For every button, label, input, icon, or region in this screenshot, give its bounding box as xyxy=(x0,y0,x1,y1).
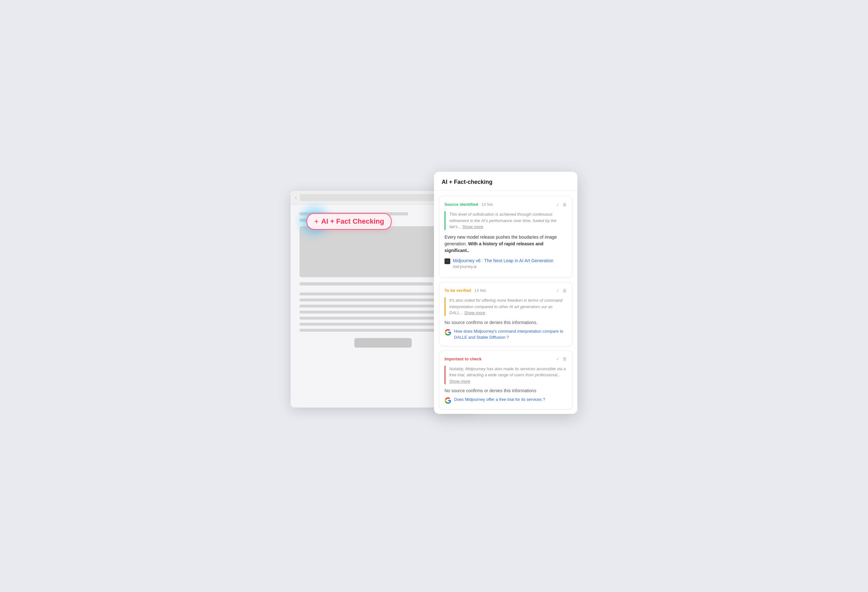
fact-date-1: 14 feb xyxy=(481,202,553,207)
fact-quote-2: It's also noted for offering more freedo… xyxy=(444,297,567,316)
google-query-link-2[interactable]: How does Midjourney's command interpreta… xyxy=(454,328,567,341)
fact-source-link-1: ◾ Midjourney v6 : The Next Leap in AI Ar… xyxy=(444,258,567,269)
fact-actions-2: ✓ 🗑 xyxy=(556,288,567,293)
status-badge-2: To be verified xyxy=(444,287,471,294)
delete-icon-1[interactable]: 🗑 xyxy=(562,202,567,207)
fact-actions-1: ✓ 🗑 xyxy=(556,202,567,207)
google-icon-2 xyxy=(444,329,452,336)
fact-card-1: Source identified 14 feb ✓ 🗑 This level … xyxy=(439,196,572,278)
fact-quote-3: Notably, Midjourney has also made its se… xyxy=(444,366,567,385)
fact-date-2: 14 feb. xyxy=(474,288,553,293)
google-icon-3 xyxy=(444,397,452,404)
google-search-link-3: Does Midjourney offer a free trial for i… xyxy=(444,396,567,404)
status-badge-3: Important to check xyxy=(444,356,481,362)
no-source-text-2: No source confirms or denies this inform… xyxy=(444,320,567,325)
check-icon-2[interactable]: ✓ xyxy=(556,288,560,293)
scene: ‹ ONLINE CONTE... + AI + Fact Checking xyxy=(291,172,577,420)
fact-quote-text-2: It's also noted for offering more freedo… xyxy=(449,298,562,315)
google-query-link-3[interactable]: Does Midjourney offer a free trial for i… xyxy=(454,396,545,403)
fact-description-1: Every new model release pushes the bouda… xyxy=(444,234,567,254)
source-info-1: Midjourney v6 : The Next Leap in AI Art … xyxy=(453,258,554,269)
fact-card-2: To be verified 14 feb. ✓ 🗑 It's also not… xyxy=(439,282,572,346)
ai-badge-label: AI + Fact Checking xyxy=(321,217,384,226)
fact-card-1-header: Source identified 14 feb ✓ 🗑 xyxy=(444,201,567,207)
fact-panel-body: Source identified 14 feb ✓ 🗑 This level … xyxy=(434,191,577,411)
no-source-text-3: No source confirms or denies this inform… xyxy=(444,388,567,393)
delete-icon-3[interactable]: 🗑 xyxy=(562,356,567,361)
fact-card-3: Important to check ✓ 🗑 Notably, Midjourn… xyxy=(439,350,572,410)
fact-actions-3: ✓ 🗑 xyxy=(556,356,567,361)
fact-quote-text-3: Notably, Midjourney has also made its se… xyxy=(449,366,565,384)
fact-panel-title: AI + Fact-checking xyxy=(441,179,570,185)
url-bar xyxy=(300,194,438,201)
show-more-3[interactable]: Show more xyxy=(449,379,470,384)
show-more-2[interactable]: Show more xyxy=(464,310,485,315)
source-title-link-1[interactable]: Midjourney v6 : The Next Leap in AI Art … xyxy=(453,258,554,264)
fact-card-2-header: To be verified 14 feb. ✓ 🗑 xyxy=(444,287,567,294)
ai-fact-checking-badge[interactable]: + AI + Fact Checking xyxy=(307,213,392,230)
check-icon-3[interactable]: ✓ xyxy=(556,356,560,361)
fact-card-3-header: Important to check ✓ 🗑 xyxy=(444,356,567,362)
plus-icon: + xyxy=(314,217,319,226)
source-domain-1: mid-journey.ai xyxy=(453,264,554,269)
delete-icon-2[interactable]: 🗑 xyxy=(562,288,567,293)
content-line-3 xyxy=(300,282,433,285)
status-badge-1: Source identified xyxy=(444,201,478,207)
content-button xyxy=(354,338,412,348)
fact-quote-text-1: This level of sofistication is achieved … xyxy=(449,212,557,229)
fact-quote-1: This level of sofistication is achieved … xyxy=(444,211,567,230)
check-icon-1[interactable]: ✓ xyxy=(556,202,560,207)
back-button[interactable]: ‹ xyxy=(295,195,297,201)
fact-panel: AI + Fact-checking Source identified 14 … xyxy=(434,172,577,414)
mj-favicon: ◾ xyxy=(444,258,450,264)
show-more-1[interactable]: Show more xyxy=(462,224,483,229)
fact-panel-header: AI + Fact-checking xyxy=(434,172,577,191)
google-search-link-2: How does Midjourney's command interpreta… xyxy=(444,328,567,341)
